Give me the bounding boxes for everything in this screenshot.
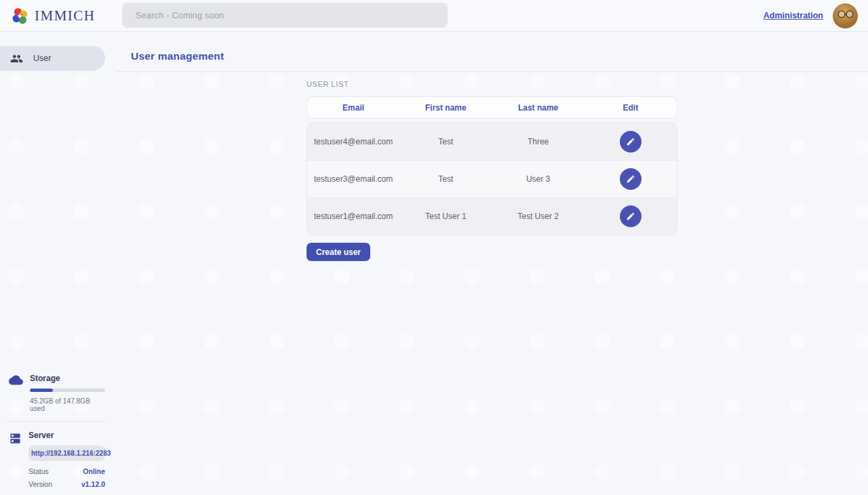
user-last-name: Test User 2	[492, 212, 585, 221]
pencil-icon	[626, 212, 635, 221]
brand-name: IMMICH	[35, 7, 96, 24]
edit-user-button[interactable]	[620, 205, 642, 227]
sidebar-item-label: User	[33, 54, 51, 63]
users-icon	[10, 52, 23, 65]
table-header-row: Email First name Last name Edit	[307, 96, 677, 119]
user-last-name: User 3	[492, 174, 585, 184]
navbar-right: Administration	[764, 3, 868, 28]
server-icon	[9, 431, 22, 488]
sidebar-status-panel: Storage 45.2GB of 147.8GB used Server ht…	[0, 374, 105, 488]
page-title: User management	[131, 50, 224, 62]
create-user-button[interactable]: Create user	[307, 243, 370, 261]
version-label: Version	[28, 480, 52, 488]
header-last-name: Last name	[492, 103, 585, 113]
administration-link[interactable]: Administration	[764, 11, 823, 20]
top-navbar: IMMICH Administration	[0, 0, 868, 32]
pencil-icon	[626, 137, 635, 146]
page-titlebar: User management	[116, 32, 868, 72]
search-input[interactable]	[122, 3, 448, 28]
storage-usage-text: 45.2GB of 147.8GB used	[30, 397, 105, 412]
storage-progress-fill	[30, 389, 53, 392]
server-url-chip: http://192.168.1.216:2283	[28, 446, 105, 461]
header-edit: Edit	[585, 103, 677, 113]
user-email: testuser4@email.com	[307, 137, 399, 146]
user-email: testuser1@email.com	[307, 212, 399, 221]
user-email: testuser3@email.com	[307, 174, 399, 184]
server-status-row: Status Online	[28, 467, 105, 475]
pencil-icon	[626, 174, 635, 184]
table-row: testuser4@email.com Test Three	[307, 123, 677, 160]
user-first-name: Test	[399, 137, 492, 146]
user-list-label: USER LIST	[307, 80, 868, 88]
edit-cell	[585, 168, 677, 190]
user-first-name: Test	[399, 174, 492, 184]
header-email: Email	[307, 103, 399, 113]
table-row: testuser3@email.com Test User 3	[307, 160, 677, 197]
status-label: Status	[28, 467, 49, 475]
cloud-icon	[9, 374, 23, 412]
sidebar-item-user[interactable]: User	[0, 46, 105, 71]
sidebar-divider	[7, 421, 105, 422]
user-table: Email First name Last name Edit testuser…	[307, 96, 677, 235]
edit-cell	[585, 205, 677, 227]
header-first-name: First name	[399, 103, 492, 113]
user-avatar[interactable]	[833, 3, 858, 28]
brand[interactable]: IMMICH	[0, 7, 111, 25]
storage-progress-bar	[30, 389, 105, 392]
edit-user-button[interactable]	[620, 168, 642, 190]
version-value: v1.12.0	[81, 480, 105, 488]
search-bar	[122, 3, 448, 28]
server-section: Server http://192.168.1.216:2283 Status …	[0, 431, 105, 488]
status-value: Online	[83, 467, 105, 475]
user-first-name: Test User 1	[399, 212, 492, 221]
edit-cell	[585, 131, 677, 153]
storage-title: Storage	[30, 374, 105, 383]
admin-sidebar: User Storage 45.2GB of 147.8GB used	[0, 32, 116, 495]
server-version-row: Version v1.12.0	[28, 480, 105, 488]
storage-section: Storage 45.2GB of 147.8GB used	[0, 374, 105, 412]
table-body: testuser4@email.com Test Three testuser3…	[307, 122, 677, 235]
user-last-name: Three	[492, 137, 585, 146]
table-row: testuser1@email.com Test User 1 Test Use…	[307, 197, 677, 235]
server-title: Server	[28, 431, 105, 440]
main-content: User management USER LIST Email First na…	[116, 32, 868, 495]
edit-user-button[interactable]	[620, 131, 642, 153]
immich-logo-icon	[11, 7, 29, 25]
